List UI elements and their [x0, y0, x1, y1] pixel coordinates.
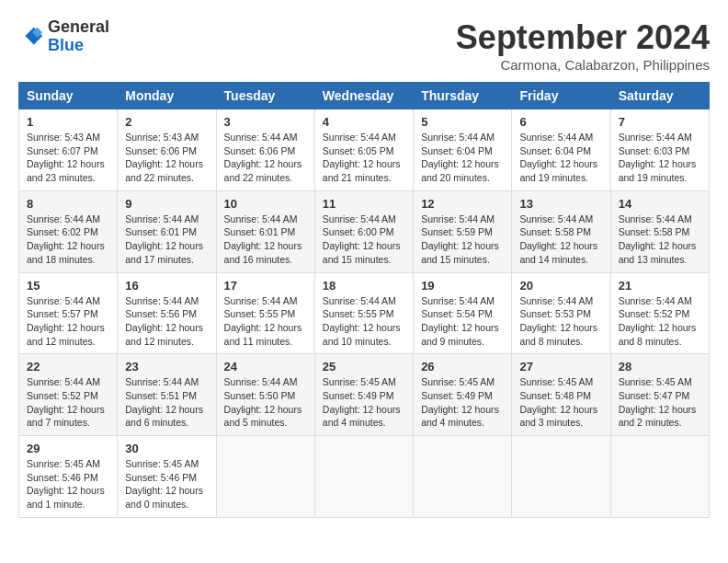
sunset-label: Sunset: 6:06 PM	[125, 145, 197, 156]
sunset-label: Sunset: 6:05 PM	[323, 145, 394, 156]
day-info: Sunrise: 5:44 AM Sunset: 5:52 PM Dayligh…	[619, 294, 701, 349]
logo-icon	[18, 24, 44, 50]
sunset-label: Sunset: 5:46 PM	[125, 472, 197, 483]
calendar-cell: 8 Sunrise: 5:44 AM Sunset: 6:02 PM Dayli…	[19, 190, 118, 272]
day-info: Sunrise: 5:44 AM Sunset: 5:57 PM Dayligh…	[27, 294, 109, 349]
calendar-body: 1 Sunrise: 5:43 AM Sunset: 6:07 PM Dayli…	[19, 109, 710, 518]
day-info: Sunrise: 5:45 AM Sunset: 5:47 PM Dayligh…	[619, 375, 701, 430]
day-number: 5	[421, 115, 504, 129]
sunrise-label: Sunrise: 5:44 AM	[421, 295, 495, 306]
calendar-cell: 9 Sunrise: 5:44 AM Sunset: 6:01 PM Dayli…	[118, 190, 216, 272]
title-block: September 2024 Carmona, Calabarzon, Phil…	[456, 18, 710, 73]
day-info: Sunrise: 5:44 AM Sunset: 6:04 PM Dayligh…	[519, 131, 602, 185]
sunset-label: Sunset: 5:49 PM	[323, 390, 394, 401]
calendar-week-3: 15 Sunrise: 5:44 AM Sunset: 5:57 PM Dayl…	[19, 272, 710, 354]
calendar-week-4: 22 Sunrise: 5:44 AM Sunset: 5:52 PM Dayl…	[19, 354, 710, 436]
daylight-label: Daylight: 12 hours and 12 minutes.	[27, 322, 105, 347]
daylight-label: Daylight: 12 hours and 23 minutes.	[27, 158, 105, 183]
calendar-header-monday: Monday	[118, 83, 216, 109]
sunset-label: Sunset: 5:48 PM	[519, 390, 591, 401]
sunrise-label: Sunrise: 5:43 AM	[27, 132, 100, 143]
sunrise-label: Sunrise: 5:45 AM	[323, 376, 396, 387]
day-number: 15	[27, 279, 109, 293]
sunrise-label: Sunrise: 5:44 AM	[224, 213, 298, 224]
daylight-label: Daylight: 12 hours and 4 minutes.	[323, 404, 401, 429]
daylight-label: Daylight: 12 hours and 19 minutes.	[619, 158, 697, 183]
day-info: Sunrise: 5:43 AM Sunset: 6:07 PM Dayligh…	[27, 131, 109, 185]
daylight-label: Daylight: 12 hours and 1 minute.	[27, 485, 105, 510]
calendar-header-wednesday: Wednesday	[314, 83, 413, 109]
day-info: Sunrise: 5:44 AM Sunset: 5:59 PM Dayligh…	[421, 213, 504, 267]
day-number: 4	[323, 115, 405, 129]
sunrise-label: Sunrise: 5:44 AM	[27, 376, 100, 387]
sunrise-label: Sunrise: 5:44 AM	[619, 132, 692, 143]
daylight-label: Daylight: 12 hours and 3 minutes.	[519, 404, 597, 429]
calendar-cell	[216, 436, 314, 518]
daylight-label: Daylight: 12 hours and 8 minutes.	[519, 322, 597, 347]
daylight-label: Daylight: 12 hours and 15 minutes.	[323, 240, 401, 265]
calendar-cell: 27 Sunrise: 5:45 AM Sunset: 5:48 PM Dayl…	[512, 354, 610, 436]
daylight-label: Daylight: 12 hours and 18 minutes.	[27, 240, 105, 265]
daylight-label: Daylight: 12 hours and 19 minutes.	[519, 158, 597, 183]
day-number: 24	[224, 360, 307, 373]
calendar-header-thursday: Thursday	[414, 83, 512, 109]
sunset-label: Sunset: 5:47 PM	[619, 390, 690, 401]
sunrise-label: Sunrise: 5:44 AM	[125, 295, 199, 306]
sunrise-label: Sunrise: 5:43 AM	[125, 132, 199, 143]
calendar-week-2: 8 Sunrise: 5:44 AM Sunset: 6:02 PM Dayli…	[19, 190, 710, 272]
daylight-label: Daylight: 12 hours and 0 minutes.	[125, 485, 203, 510]
daylight-label: Daylight: 12 hours and 15 minutes.	[421, 240, 499, 265]
day-number: 29	[27, 442, 109, 455]
sunrise-label: Sunrise: 5:44 AM	[421, 132, 495, 143]
day-info: Sunrise: 5:45 AM Sunset: 5:49 PM Dayligh…	[421, 375, 504, 430]
day-number: 14	[619, 197, 701, 211]
calendar-cell: 13 Sunrise: 5:44 AM Sunset: 5:58 PM Dayl…	[512, 190, 610, 272]
sunrise-label: Sunrise: 5:45 AM	[125, 458, 199, 469]
daylight-label: Daylight: 12 hours and 9 minutes.	[421, 322, 499, 347]
day-number: 20	[519, 279, 602, 293]
calendar-cell: 24 Sunrise: 5:44 AM Sunset: 5:50 PM Dayl…	[216, 354, 314, 436]
daylight-label: Daylight: 12 hours and 6 minutes.	[125, 404, 203, 429]
sunset-label: Sunset: 5:56 PM	[125, 308, 197, 319]
calendar-cell: 7 Sunrise: 5:44 AM Sunset: 6:03 PM Dayli…	[610, 109, 709, 191]
day-number: 6	[519, 115, 602, 129]
day-number: 27	[519, 360, 602, 373]
day-number: 25	[323, 360, 405, 373]
sunrise-label: Sunrise: 5:45 AM	[27, 458, 100, 469]
day-number: 11	[323, 197, 405, 211]
calendar-week-5: 29 Sunrise: 5:45 AM Sunset: 5:46 PM Dayl…	[19, 436, 710, 518]
day-number: 3	[224, 115, 307, 129]
day-info: Sunrise: 5:44 AM Sunset: 6:01 PM Dayligh…	[125, 213, 208, 267]
daylight-label: Daylight: 12 hours and 20 minutes.	[421, 158, 499, 183]
daylight-label: Daylight: 12 hours and 5 minutes.	[224, 404, 302, 429]
sunrise-label: Sunrise: 5:44 AM	[619, 213, 692, 224]
sunrise-label: Sunrise: 5:44 AM	[224, 132, 298, 143]
sunrise-label: Sunrise: 5:44 AM	[421, 213, 495, 224]
daylight-label: Daylight: 12 hours and 7 minutes.	[27, 404, 105, 429]
calendar-cell: 12 Sunrise: 5:44 AM Sunset: 5:59 PM Dayl…	[414, 190, 512, 272]
day-info: Sunrise: 5:45 AM Sunset: 5:49 PM Dayligh…	[323, 375, 405, 430]
calendar-cell: 30 Sunrise: 5:45 AM Sunset: 5:46 PM Dayl…	[118, 436, 216, 518]
calendar-cell: 15 Sunrise: 5:44 AM Sunset: 5:57 PM Dayl…	[19, 272, 118, 354]
day-number: 21	[619, 279, 701, 293]
sunrise-label: Sunrise: 5:44 AM	[323, 295, 396, 306]
day-number: 12	[421, 197, 504, 211]
calendar-cell: 29 Sunrise: 5:45 AM Sunset: 5:46 PM Dayl…	[19, 436, 118, 518]
day-number: 7	[619, 115, 701, 129]
day-info: Sunrise: 5:45 AM Sunset: 5:46 PM Dayligh…	[125, 457, 208, 511]
day-info: Sunrise: 5:44 AM Sunset: 6:04 PM Dayligh…	[421, 131, 504, 185]
sunset-label: Sunset: 6:06 PM	[224, 145, 296, 156]
calendar-week-1: 1 Sunrise: 5:43 AM Sunset: 6:07 PM Dayli…	[19, 109, 710, 191]
page-header: General Blue September 2024 Carmona, Cal…	[18, 18, 710, 73]
sunset-label: Sunset: 5:57 PM	[27, 308, 98, 319]
daylight-label: Daylight: 12 hours and 11 minutes.	[224, 322, 302, 347]
day-info: Sunrise: 5:44 AM Sunset: 5:52 PM Dayligh…	[27, 375, 109, 430]
calendar-cell: 6 Sunrise: 5:44 AM Sunset: 6:04 PM Dayli…	[512, 109, 610, 191]
day-number: 2	[125, 115, 208, 129]
sunset-label: Sunset: 5:50 PM	[224, 390, 296, 401]
calendar-cell: 19 Sunrise: 5:44 AM Sunset: 5:54 PM Dayl…	[414, 272, 512, 354]
calendar-table: SundayMondayTuesdayWednesdayThursdayFrid…	[18, 82, 710, 518]
day-number: 26	[421, 360, 504, 373]
day-info: Sunrise: 5:45 AM Sunset: 5:48 PM Dayligh…	[519, 375, 602, 430]
day-number: 8	[27, 197, 109, 211]
